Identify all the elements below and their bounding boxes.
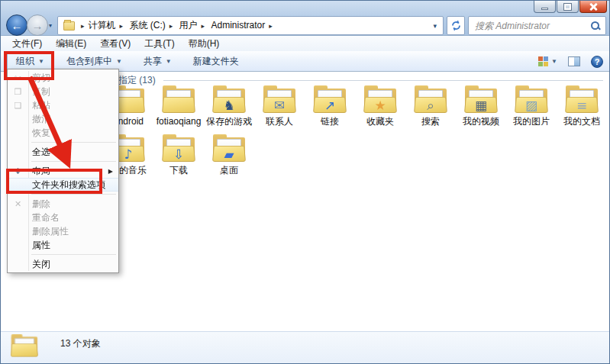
menu-bar-item[interactable]: 帮助(H) bbox=[182, 36, 227, 52]
menu-item[interactable]: 属性 ▶ bbox=[8, 238, 118, 252]
views-button[interactable]: ▼ bbox=[538, 56, 557, 67]
menu-item[interactable]: ❏ 粘贴 ▶ bbox=[8, 98, 118, 112]
folder-item-label: 收藏夹 bbox=[366, 117, 394, 127]
menu-bar-item[interactable]: 编辑(E) bbox=[49, 36, 93, 52]
refresh-button[interactable] bbox=[447, 16, 465, 35]
menu-item[interactable]: 撤消 ▶ bbox=[8, 112, 118, 126]
folder-overlay-icon: ▰ bbox=[211, 148, 247, 161]
chevron-down-icon: ▼ bbox=[38, 58, 44, 65]
folder-icon: ▨ bbox=[514, 85, 549, 114]
search-input[interactable] bbox=[473, 20, 590, 32]
minimize-button[interactable] bbox=[534, 1, 556, 13]
toolbar-button-label: 包含到库中 bbox=[66, 55, 112, 68]
chevron-down-icon: ▼ bbox=[116, 58, 122, 65]
folder-item-label: 链接 bbox=[321, 117, 339, 127]
menu-item[interactable]: 全选 ▶ bbox=[8, 145, 118, 159]
menu-item[interactable]: 恢复 ▶ bbox=[8, 126, 118, 140]
menu-item-wrap: 关闭 ▶ bbox=[8, 257, 118, 271]
menu-item[interactable]: 重命名 ▶ bbox=[8, 211, 118, 224]
breadcrumb-segment[interactable]: Administrator bbox=[211, 20, 265, 31]
breadcrumb-arrow-icon: ▸ bbox=[198, 22, 209, 30]
maximize-icon bbox=[564, 4, 571, 10]
back-arrow-icon: ← bbox=[11, 19, 23, 32]
address-bar[interactable]: ▸ 计算机▸ 系统 (C:)▸ 用户▸ Administrator▸ ▾ bbox=[57, 16, 444, 35]
breadcrumb-arrow-icon: ▸ bbox=[265, 22, 276, 30]
menu-item[interactable]: ✕ 删除 ▶ bbox=[8, 197, 118, 211]
menu-item[interactable]: 删除属性 ▶ bbox=[8, 224, 118, 238]
menu-item-icon: ❖ bbox=[10, 166, 26, 176]
window-controls bbox=[534, 1, 607, 13]
folder-icon: ▦ bbox=[463, 85, 499, 114]
menu-bar-item[interactable]: 查看(V) bbox=[93, 36, 137, 52]
back-button[interactable]: ← bbox=[6, 14, 27, 36]
search-box bbox=[468, 16, 606, 35]
close-button[interactable] bbox=[579, 1, 607, 13]
folder-item-label: 搜索 bbox=[421, 117, 440, 127]
menu-item-icon: ❏ bbox=[10, 101, 26, 111]
menu-bar-item[interactable]: 文件(F) bbox=[5, 36, 49, 52]
preview-pane-button[interactable] bbox=[568, 56, 580, 66]
toolbar-button-label: 组织 bbox=[16, 55, 34, 68]
breadcrumb-segment[interactable]: 计算机 bbox=[89, 20, 116, 31]
folder-overlay-icon: ⌕ bbox=[413, 99, 448, 112]
folder-item[interactable]: ⌕ 搜索 bbox=[405, 85, 456, 127]
search-icon[interactable] bbox=[590, 21, 601, 31]
folder-item[interactable]: ⇩ 下载 bbox=[153, 134, 204, 176]
breadcrumb: 计算机▸ 系统 (C:)▸ 用户▸ Administrator▸ bbox=[89, 19, 276, 32]
folder-item[interactable]: fotiaoqiang bbox=[153, 85, 204, 127]
folder-overlay-icon: ♞ bbox=[211, 99, 247, 112]
menu-item-wrap: ✕ 删除 ▶ bbox=[8, 197, 118, 211]
folder-overlay-icon: ✉ bbox=[262, 99, 297, 112]
folder-icon: ✉ bbox=[262, 85, 297, 114]
menu-item-label: 恢复 bbox=[32, 127, 50, 140]
folder-icon: ♞ bbox=[211, 85, 247, 114]
folder-item[interactable]: ▨ 我的图片 bbox=[506, 85, 557, 127]
menu-item[interactable]: 关闭 ▶ bbox=[8, 257, 118, 271]
folder-item[interactable]: ★ 收藏夹 bbox=[355, 85, 405, 127]
folder-item[interactable]: ▰ 桌面 bbox=[204, 134, 254, 176]
folder-item-label: 保存的游戏 bbox=[206, 117, 252, 127]
folder-icon: ⌕ bbox=[413, 85, 448, 114]
folder-item[interactable]: ✉ 联系人 bbox=[254, 85, 305, 127]
folder-icon: ⇩ bbox=[161, 134, 196, 163]
folder-item-label: 桌面 bbox=[220, 166, 238, 176]
menu-item[interactable]: ✂ 剪切 ▶ bbox=[8, 71, 118, 85]
address-dropdown-icon[interactable]: ▾ bbox=[430, 22, 440, 30]
help-button[interactable]: ? bbox=[591, 56, 603, 68]
folder-item[interactable]: ♞ 保存的游戏 bbox=[204, 85, 254, 127]
toolbar-button[interactable]: 新建文件夹▼ bbox=[185, 52, 247, 71]
breadcrumb-segment[interactable]: 系统 (C:) bbox=[129, 20, 165, 31]
file-list-area: 未指定 (13) android fotiaoqiang bbox=[99, 72, 609, 331]
close-icon bbox=[589, 3, 597, 11]
menu-item-wrap: 全选 ▶ bbox=[8, 145, 118, 162]
menu-item-label: 复制 bbox=[32, 85, 50, 98]
breadcrumb-arrow-icon: ▸ bbox=[116, 22, 127, 30]
menu-item[interactable]: 文件夹和搜索选项 ▶ bbox=[8, 178, 118, 192]
menu-item-label: 删除 bbox=[32, 198, 50, 211]
toolbar-button[interactable]: 共享▼ bbox=[135, 52, 180, 71]
menu-item-wrap: 文件夹和搜索选项 ▶ bbox=[8, 178, 118, 195]
folder-icon: ≡ bbox=[564, 85, 599, 114]
menu-bar-item[interactable]: 工具(T) bbox=[137, 36, 181, 52]
maximize-button[interactable] bbox=[557, 1, 579, 13]
menu-item[interactable]: ❖ 布局 ▶ bbox=[8, 164, 118, 178]
breadcrumb-arrow-icon: ▸ bbox=[166, 22, 177, 30]
folder-item[interactable]: ▦ 我的视频 bbox=[456, 85, 506, 127]
folder-icon bbox=[63, 21, 75, 31]
chevron-down-icon: ▼ bbox=[551, 58, 557, 65]
toolbar-button[interactable]: 包含到库中▼ bbox=[58, 52, 131, 71]
breadcrumb-segment[interactable]: 用户 bbox=[179, 20, 198, 31]
menu-item-wrap: ✂ 剪切 ▶ bbox=[8, 71, 118, 85]
menu-item-label: 重命名 bbox=[32, 211, 60, 224]
menu-item-label: 文件夹和搜索选项 bbox=[32, 179, 105, 192]
folder-overlay-icon: ≡ bbox=[564, 99, 599, 112]
folder-item[interactable]: ↗ 链接 bbox=[305, 85, 355, 127]
history-dropdown-icon[interactable]: ▾ bbox=[49, 22, 52, 29]
folder-item[interactable]: ≡ 我的文档 bbox=[557, 85, 607, 127]
organize-menu: ✂ 剪切 ▶ ❐ 复制 ▶ ❏ 粘贴 ▶ bbox=[7, 69, 119, 273]
folder-icon: ★ bbox=[363, 85, 398, 114]
menu-item[interactable]: ❐ 复制 ▶ bbox=[8, 85, 118, 98]
forward-button[interactable]: → bbox=[27, 14, 48, 36]
menu-item-label: 粘贴 bbox=[32, 99, 50, 112]
folder-overlay-icon: ↗ bbox=[312, 99, 347, 112]
